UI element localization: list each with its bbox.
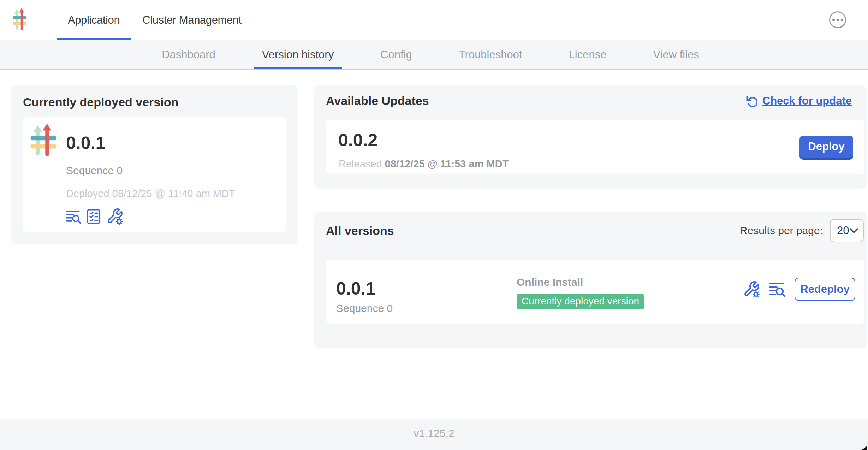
- install-type-label: Online Install: [517, 276, 644, 288]
- edit-config-icon[interactable]: [743, 280, 761, 298]
- deploy-button[interactable]: Deploy: [799, 136, 853, 160]
- currently-deployed-card: Currently deployed version 0.0.1 Sequenc…: [11, 85, 298, 244]
- currently-deployed-badge: Currently deployed version: [517, 294, 644, 309]
- preflight-checks-icon[interactable]: [86, 208, 101, 225]
- check-for-update-link[interactable]: Check for update: [745, 95, 852, 107]
- app-subnav: Dashboard Version history Config Trouble…: [0, 40, 868, 70]
- available-updates-card: Available Updates Check for update 0.0.2…: [314, 85, 867, 189]
- header-tabs: Application Cluster Management: [57, 0, 253, 40]
- tab-application[interactable]: Application: [57, 0, 131, 40]
- tab-dashboard[interactable]: Dashboard: [153, 40, 224, 69]
- refresh-icon: [745, 95, 757, 107]
- cursor-artifact: [862, 446, 867, 450]
- main-content: Currently deployed version 0.0.1 Sequenc…: [0, 70, 868, 419]
- diff-icon[interactable]: [65, 208, 81, 225]
- update-released-timestamp: Released 08/12/25 @ 11:53 am MDT: [339, 158, 509, 170]
- row-sequence: Sequence 0: [336, 302, 393, 314]
- currently-deployed-title: Currently deployed version: [23, 95, 178, 109]
- tab-troubleshoot[interactable]: Troubleshoot: [450, 40, 531, 69]
- currently-deployed-version-row: 0.0.1 Sequence 0 Deployed 08/12/25 @ 11:…: [23, 117, 286, 232]
- available-updates-title: Available Updates: [326, 94, 429, 108]
- footer: v1.125.2: [0, 419, 868, 450]
- results-per-page-select[interactable]: 20: [830, 219, 864, 242]
- tab-view-files[interactable]: View files: [644, 40, 707, 69]
- tab-version-history[interactable]: Version history: [254, 40, 342, 69]
- ellipsis-menu-button[interactable]: [829, 11, 846, 28]
- available-update-row: 0.0.2 Released 08/12/25 @ 11:53 am MDT D…: [326, 120, 864, 174]
- redeploy-button[interactable]: Redeploy: [795, 278, 855, 301]
- view-config-icon[interactable]: [106, 208, 124, 225]
- tab-cluster-management[interactable]: Cluster Management: [131, 0, 253, 40]
- tab-config[interactable]: Config: [372, 40, 421, 69]
- results-per-page-label: Results per page:: [740, 225, 823, 237]
- tab-license[interactable]: License: [560, 40, 615, 69]
- all-versions-card: All versions Results per page: 20 0.0.1 …: [314, 212, 867, 348]
- all-versions-title: All versions: [326, 224, 394, 238]
- app-logo-icon: [13, 8, 27, 31]
- top-header: Application Cluster Management: [0, 0, 868, 40]
- update-version-number: 0.0.2: [338, 130, 377, 150]
- diff-icon[interactable]: [768, 281, 785, 298]
- chevron-down-icon: [850, 227, 858, 234]
- row-version-number: 0.0.1: [336, 278, 375, 299]
- app-logo-icon: [30, 124, 57, 158]
- version-row: 0.0.1 Sequence 0 Online Install Currentl…: [326, 260, 864, 324]
- deployed-sequence: Sequence 0: [66, 165, 123, 177]
- deployed-version-number: 0.0.1: [66, 133, 105, 153]
- console-version: v1.125.2: [414, 427, 454, 439]
- deployed-timestamp: Deployed 08/12/25 @ 11:40 am MDT: [66, 188, 235, 200]
